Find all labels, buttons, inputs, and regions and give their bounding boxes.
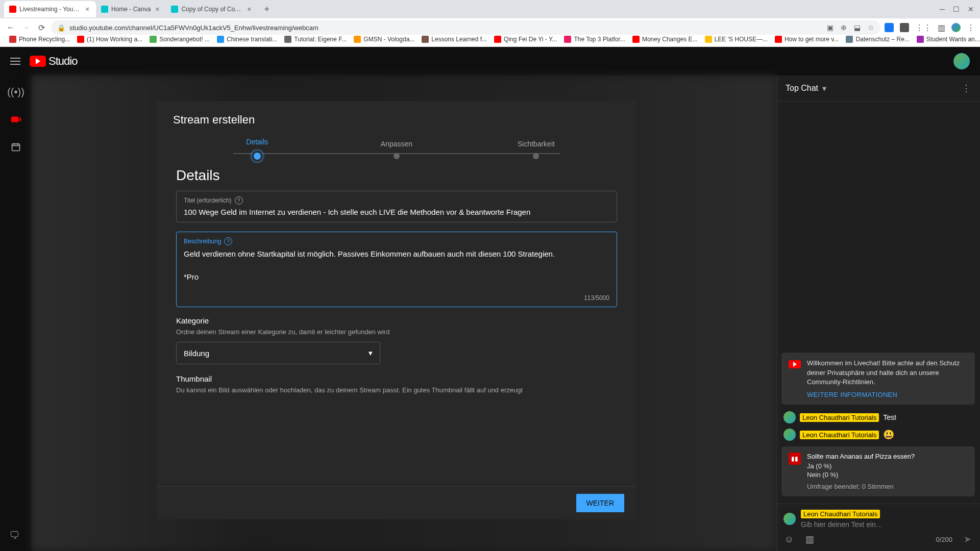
modal-title: Stream erstellen <box>157 101 636 132</box>
create-stream-modal: Stream erstellen Details Anpassen Sichtb… <box>157 101 636 519</box>
menu-icon[interactable]: ⋮ <box>967 23 975 33</box>
bookmark-label: Student Wants an... <box>926 36 980 43</box>
chevron-down-icon[interactable]: ▾ <box>822 84 826 93</box>
bookmark-icon[interactable]: ☆ <box>868 23 874 32</box>
chat-welcome-card: Willkommen im Livechat! Bitte achte auf … <box>781 353 975 405</box>
welcome-text: Willkommen im Livechat! Bitte achte auf … <box>807 359 968 387</box>
tab-canva-home[interactable]: Home - Canva × <box>96 1 166 17</box>
emoji-picker-icon[interactable]: ☺ <box>783 534 795 545</box>
new-tab-button[interactable]: + <box>261 3 273 16</box>
bookmark-item[interactable]: The Top 3 Platfor... <box>561 34 628 44</box>
bookmark-favicon-icon <box>77 36 84 43</box>
chat-char-count: 0/200 <box>936 536 952 543</box>
close-icon[interactable]: × <box>154 6 161 13</box>
minimize-icon[interactable]: ─ <box>940 5 945 13</box>
step-dot-icon <box>533 153 539 159</box>
chat-input[interactable]: Gib hier deinen Text ein… <box>801 520 973 529</box>
tab-canva-copy[interactable]: Copy of Copy of Copy of Cop × <box>166 1 258 17</box>
hamburger-menu-icon[interactable] <box>10 56 20 67</box>
bookmark-label: The Top 3 Platfor... <box>574 36 625 43</box>
avatar[interactable] <box>783 513 796 525</box>
bookmark-item[interactable]: Money Changes E... <box>629 34 701 44</box>
step-customize[interactable]: Anpassen <box>327 140 466 159</box>
chat-panel: Top Chat ▾ ⋮ Willkommen im Livechat! Bit… <box>776 76 980 551</box>
back-button[interactable]: ← <box>5 22 16 33</box>
description-field[interactable]: Beschreibung ? 113/5000 <box>176 232 617 307</box>
bookmark-label: Tutorial: Eigene F... <box>294 36 347 43</box>
reload-button[interactable]: ⟳ <box>36 22 47 33</box>
poll-card: ▮▮ Sollte man Ananas auf Pizza essen? Ja… <box>781 446 975 496</box>
tab-title: Copy of Copy of Copy of Cop <box>181 6 242 13</box>
bookmark-item[interactable]: Tutorial: Eigene F... <box>281 34 350 44</box>
youtube-icon <box>789 360 801 368</box>
camera-icon[interactable]: ▣ <box>827 23 834 32</box>
next-button[interactable]: WEITER <box>576 494 624 512</box>
tabs-row: Livestreaming - YouTube S × Home - Canva… <box>0 0 980 18</box>
forward-button[interactable]: → <box>20 22 32 33</box>
close-icon[interactable]: × <box>246 6 253 13</box>
bookmark-item[interactable]: Lessons Learned f... <box>419 34 490 44</box>
bookmark-item[interactable]: How to get more v... <box>772 34 842 44</box>
bookmark-item[interactable]: LEE 'S HOUSE—... <box>702 34 771 44</box>
bookmark-label: Datenschutz – Re... <box>855 36 909 43</box>
more-info-link[interactable]: WEITERE INFORMATIONEN <box>807 391 968 398</box>
description-input[interactable] <box>184 248 609 289</box>
title-field[interactable]: Titel (erforderlich) ? <box>176 191 617 222</box>
chat-body[interactable]: Willkommen im Livechat! Bitte achte auf … <box>776 102 980 504</box>
title-input[interactable] <box>184 208 609 216</box>
webcam-icon[interactable] <box>10 113 22 126</box>
calendar-icon[interactable] <box>10 141 22 153</box>
category-select[interactable]: Bildung ▾ <box>176 342 380 364</box>
tab-youtube[interactable]: Livestreaming - YouTube S × <box>4 1 96 17</box>
maximize-icon[interactable]: ☐ <box>953 5 960 13</box>
bookmark-item[interactable]: Phone Recycling... <box>6 34 73 44</box>
ext-icon[interactable] <box>885 23 894 32</box>
studio-logo[interactable]: Studio <box>30 55 77 68</box>
chevron-down-icon: ▾ <box>369 348 373 358</box>
bookmark-favicon-icon <box>284 36 291 43</box>
bookmark-favicon-icon <box>564 36 571 43</box>
chat-author-badge[interactable]: Leon Chaudhari Tutorials <box>800 431 879 439</box>
chat-header: Top Chat ▾ ⋮ <box>776 76 980 102</box>
app-header: Studio <box>0 47 980 76</box>
zoom-icon[interactable]: ⊕ <box>841 23 847 32</box>
bookmark-item[interactable]: (1) How Working a... <box>74 34 145 44</box>
help-icon[interactable]: ? <box>235 196 243 205</box>
profile-icon[interactable] <box>951 23 961 32</box>
modal-content[interactable]: Details Titel (erforderlich) ? Beschreib… <box>157 161 636 486</box>
favicon-icon <box>171 6 178 13</box>
step-visibility[interactable]: Sichtbarkeit <box>467 140 606 159</box>
tabs-icon[interactable]: ▥ <box>938 23 945 33</box>
bookmark-item[interactable]: Student Wants an... <box>914 34 980 44</box>
send-icon[interactable]: ➤ <box>962 534 973 545</box>
bookmark-favicon-icon <box>846 36 853 43</box>
stream-signal-icon[interactable]: ((•)) <box>10 86 22 98</box>
avatar[interactable] <box>783 411 796 423</box>
bookmark-item[interactable]: GMSN - Vologda... <box>351 34 418 44</box>
chat-menu-icon[interactable]: ⋮ <box>962 83 971 94</box>
extensions-icon[interactable]: ⋮⋮ <box>915 23 932 33</box>
step-details[interactable]: Details <box>187 138 327 161</box>
poll-create-icon[interactable]: ▥ <box>804 534 815 545</box>
address-bar[interactable]: 🔒 studio.youtube.com/channel/UC1a5FWVn0g… <box>51 20 880 35</box>
feedback-icon[interactable]: 🗨 <box>9 530 21 542</box>
description-label: Beschreibung <box>184 238 221 245</box>
bookmark-item[interactable]: Datenschutz – Re... <box>843 34 912 44</box>
stepper: Details Anpassen Sichtbarkeit <box>157 132 636 161</box>
chat-author-badge[interactable]: Leon Chaudhari Tutorials <box>800 413 879 422</box>
install-icon[interactable]: ⬓ <box>854 23 861 32</box>
user-avatar[interactable] <box>953 53 970 69</box>
avatar[interactable] <box>783 429 796 441</box>
category-subtext: Ordne deinen Stream einer Kategorie zu, … <box>176 328 617 336</box>
bookmark-item[interactable]: Qing Fei De Yi - Y... <box>491 34 560 44</box>
bookmark-label: GMSN - Vologda... <box>363 36 414 43</box>
ext-icon[interactable] <box>900 23 909 32</box>
bookmark-item[interactable]: Chinese translati... <box>214 34 280 44</box>
close-window-icon[interactable]: ✕ <box>968 5 974 13</box>
help-icon[interactable]: ? <box>224 237 232 245</box>
close-icon[interactable]: × <box>84 6 91 13</box>
bookmark-item[interactable]: Sonderangebot! ... <box>146 34 213 44</box>
chat-message-text: Test <box>883 413 896 421</box>
chat-mode-label[interactable]: Top Chat <box>786 84 818 93</box>
browser-chrome: Livestreaming - YouTube S × Home - Canva… <box>0 0 980 32</box>
